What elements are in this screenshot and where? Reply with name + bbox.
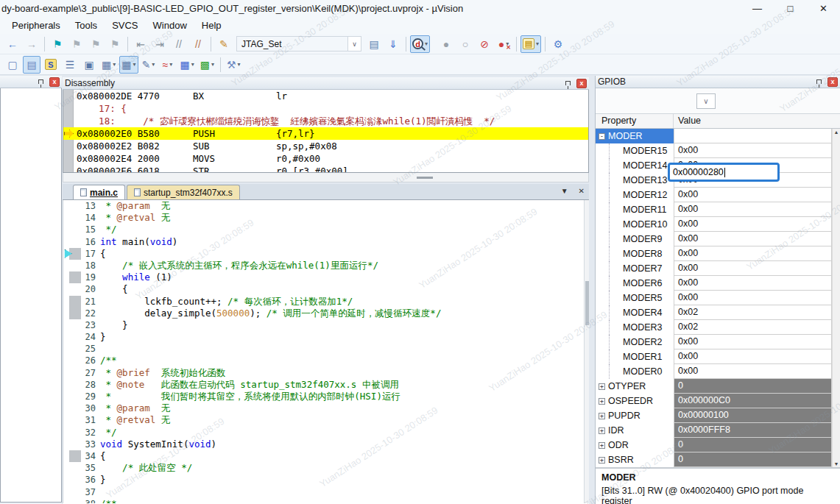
editor-gutter[interactable] (63, 367, 81, 379)
register-row-MODER4[interactable]: MODER40x02 (596, 305, 840, 320)
editor-gutter[interactable] (63, 462, 81, 474)
close-icon[interactable]: x (827, 77, 838, 87)
editor-gutter[interactable] (63, 414, 81, 426)
tab-startup_stm32f407xx.s[interactable]: startup_stm32f407xx.s (127, 185, 240, 199)
editor-code-area[interactable]: 13 * @param 无14 * @retval 无15 */16int ma… (63, 200, 589, 503)
editor-gutter[interactable] (63, 402, 81, 414)
register-value[interactable]: 0x00 (674, 349, 832, 364)
register-row-MODER10[interactable]: MODER100x00 (596, 217, 840, 232)
register-value-input[interactable]: 0x00000280 (668, 163, 780, 182)
pin-icon[interactable] (816, 79, 822, 84)
indent-button[interactable]: ⇥ (151, 35, 169, 53)
editor-gutter[interactable] (63, 200, 81, 212)
register-value[interactable] (674, 129, 832, 143)
editor-gutter[interactable] (63, 224, 81, 235)
insert-breakpoint-button[interactable]: ● (437, 35, 455, 53)
menu-window[interactable]: Window (146, 18, 194, 33)
toggle-bookmark-button[interactable]: ⚑ (49, 35, 66, 53)
logic-analyzer-window-button[interactable]: ▩▾ (198, 56, 216, 74)
register-value[interactable]: 0x02 (674, 320, 832, 335)
left-dock-body[interactable] (0, 88, 62, 503)
editor-gutter[interactable] (63, 355, 81, 366)
close-icon[interactable]: x (49, 77, 60, 87)
register-value[interactable]: 0 (674, 379, 832, 394)
editor-gutter[interactable] (63, 343, 81, 355)
start-stop-debug-session-button[interactable]: d▾ (410, 35, 430, 53)
register-value[interactable]: 0x00 (674, 291, 832, 305)
register-row-MODER1[interactable]: MODER10x00 (596, 349, 840, 364)
system-viewer-button[interactable]: ▤▾ (520, 35, 541, 53)
register-row-OTYPER[interactable]: +OTYPER0 (596, 379, 840, 394)
expand-icon[interactable]: + (599, 413, 605, 419)
editor-gutter[interactable] (63, 212, 81, 224)
register-value[interactable]: 0x00 (674, 217, 832, 232)
serial-window-button[interactable]: ✎▾ (140, 56, 158, 74)
dropdown-arrow-icon[interactable]: ▾ (169, 61, 172, 68)
register-value[interactable]: 0x0000FFF8 (674, 423, 832, 438)
register-value[interactable]: 0x02 (674, 305, 832, 320)
tab-main.c[interactable]: main.c (73, 185, 125, 199)
tab-close-icon[interactable]: ✕ (579, 187, 585, 195)
editor-gutter[interactable] (63, 331, 81, 343)
enable-breakpoint-button[interactable]: ○ (456, 35, 474, 53)
register-row-MODER7[interactable]: MODER70x00 (596, 261, 840, 276)
dropdown-arrow-icon[interactable]: ▾ (238, 61, 241, 68)
watch-window-button[interactable]: ▦▾ (99, 56, 118, 74)
editor-gutter[interactable] (63, 236, 81, 248)
scroll-up-icon[interactable]: ▲ (833, 129, 840, 135)
register-row-MODER15[interactable]: MODER150x00 (596, 143, 840, 158)
dropdown-arrow-icon[interactable]: ▾ (113, 61, 116, 68)
register-filter-combobox[interactable]: ∨ (696, 93, 716, 109)
trace-window-button[interactable]: ≈▾ (159, 56, 177, 74)
prev-bookmark-button[interactable]: ⚑ (68, 35, 85, 53)
next-bookmark-button[interactable]: ⚑ (87, 35, 105, 53)
editor-gutter[interactable] (63, 486, 81, 498)
register-value[interactable]: 0x00 (674, 335, 832, 349)
register-row-MODER0[interactable]: MODER00x00 (596, 364, 840, 379)
dropdown-arrow-icon[interactable]: ▾ (425, 40, 428, 47)
register-table-scrollbar[interactable]: ▲ ▼ (832, 129, 840, 467)
collapse-icon[interactable]: - (599, 133, 605, 140)
editor-gutter[interactable] (63, 271, 81, 283)
register-row-MODER6[interactable]: MODER60x00 (596, 276, 840, 291)
flash-download-button[interactable]: ✎ (215, 35, 233, 53)
nav-back-button[interactable]: ← (4, 35, 21, 53)
editor-gutter[interactable] (63, 319, 81, 331)
editor-gutter[interactable] (63, 439, 81, 450)
chevron-down-icon[interactable]: ∨ (347, 37, 361, 51)
editor-gutter[interactable] (63, 296, 81, 308)
dropdown-arrow-icon[interactable]: ▾ (211, 61, 214, 68)
disassembly-hscrollbar[interactable] (63, 173, 589, 182)
register-value[interactable]: 0 (674, 438, 832, 452)
dropdown-arrow-icon[interactable]: ▾ (133, 61, 135, 68)
call-stack-window-button[interactable]: ▣ (80, 56, 98, 74)
memory-window-button[interactable]: ▦▾ (119, 56, 138, 74)
register-value[interactable]: 0x00 (674, 232, 832, 246)
register-row-MODER12[interactable]: MODER120x00 (596, 188, 840, 202)
register-row-MODER[interactable]: -MODER (596, 129, 840, 143)
disable-all-breakpoints-button[interactable]: ⊘ (476, 35, 493, 53)
editor-vscrollbar[interactable] (584, 200, 589, 503)
register-value[interactable]: 0x00 (674, 143, 832, 158)
register-row-MODER9[interactable]: MODER90x00 (596, 232, 840, 246)
close-button[interactable]: ✕ (807, 0, 840, 16)
register-row-BSRR[interactable]: +BSRR0 (596, 452, 840, 467)
register-row-MODER5[interactable]: MODER50x00 (596, 291, 840, 305)
register-value[interactable]: 0x00000100 (674, 408, 832, 423)
scroll-down-icon[interactable]: ▼ (833, 461, 840, 466)
uncomment-selection-button[interactable]: // (189, 35, 207, 53)
editor-gutter[interactable] (63, 498, 81, 503)
register-value[interactable]: 0x00 (674, 276, 832, 291)
editor-gutter[interactable] (63, 308, 81, 319)
register-row-MODER2[interactable]: MODER20x00 (596, 335, 840, 349)
debug-toolbox-button[interactable]: ⚒▾ (225, 56, 243, 74)
register-row-PUPDR[interactable]: +PUPDR0x00000100 (596, 408, 840, 423)
register-value[interactable]: 0x00 (674, 188, 832, 202)
register-row-MODER11[interactable]: MODER110x00 (596, 202, 840, 217)
vertical-splitter[interactable] (589, 75, 595, 504)
select-target-combobox[interactable]: JTAG_Set∨ (236, 36, 361, 52)
wrench-configure-button[interactable]: ⚙ (549, 35, 567, 53)
register-value[interactable]: 0x000000C0 (674, 394, 832, 408)
clear-bookmarks-button[interactable]: ⚑ (106, 35, 124, 53)
register-row-ODR[interactable]: +ODR0 (596, 438, 840, 452)
